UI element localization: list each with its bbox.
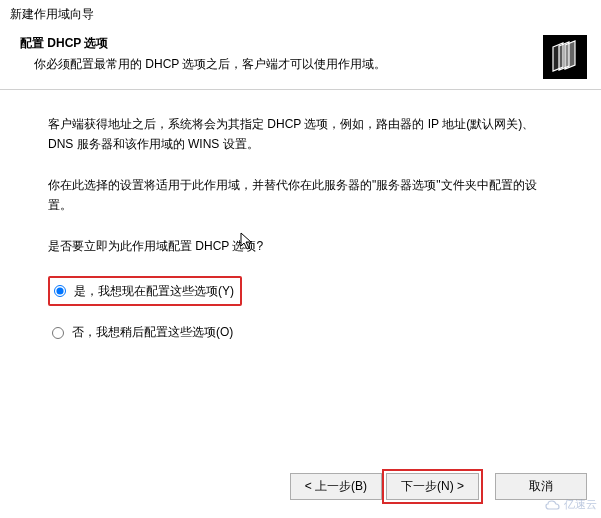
header-text-block: 配置 DHCP 选项 你必须配置最常用的 DHCP 选项之后，客户端才可以使用作… <box>20 35 535 73</box>
cancel-button[interactable]: 取消 <box>495 473 587 500</box>
radio-yes-label: 是，我想现在配置这些选项(Y) <box>74 281 234 301</box>
page-title: 配置 DHCP 选项 <box>20 35 535 52</box>
description-para-2: 你在此选择的设置将适用于此作用域，并替代你在此服务器的"服务器选项"文件夹中配置… <box>48 175 551 216</box>
back-button[interactable]: < 上一步(B) <box>290 473 382 500</box>
wizard-header: 配置 DHCP 选项 你必须配置最常用的 DHCP 选项之后，客户端才可以使用作… <box>0 27 601 90</box>
wizard-content: 客户端获得地址之后，系统将会为其指定 DHCP 选项，例如，路由器的 IP 地址… <box>0 90 601 369</box>
options-radio-group: 是，我想现在配置这些选项(Y) 否，我想稍后配置这些选项(O) <box>48 276 551 345</box>
window-title: 新建作用域向导 <box>0 0 601 27</box>
radio-no-label: 否，我想稍后配置这些选项(O) <box>72 322 233 342</box>
radio-option-yes[interactable]: 是，我想现在配置这些选项(Y) <box>48 276 242 306</box>
radio-option-no[interactable]: 否，我想稍后配置这些选项(O) <box>48 320 237 344</box>
radio-no-input[interactable] <box>52 327 64 339</box>
question-text: 是否要立即为此作用域配置 DHCP 选项? <box>48 236 551 256</box>
description-para-1: 客户端获得地址之后，系统将会为其指定 DHCP 选项，例如，路由器的 IP 地址… <box>48 114 551 155</box>
cloud-icon <box>545 499 561 511</box>
wizard-icon <box>543 35 587 79</box>
radio-yes-input[interactable] <box>54 285 66 297</box>
wizard-footer: < 上一步(B) 下一步(N) > 取消 <box>0 473 601 500</box>
page-subtitle: 你必须配置最常用的 DHCP 选项之后，客户端才可以使用作用域。 <box>20 56 535 73</box>
next-button[interactable]: 下一步(N) > <box>386 473 479 500</box>
